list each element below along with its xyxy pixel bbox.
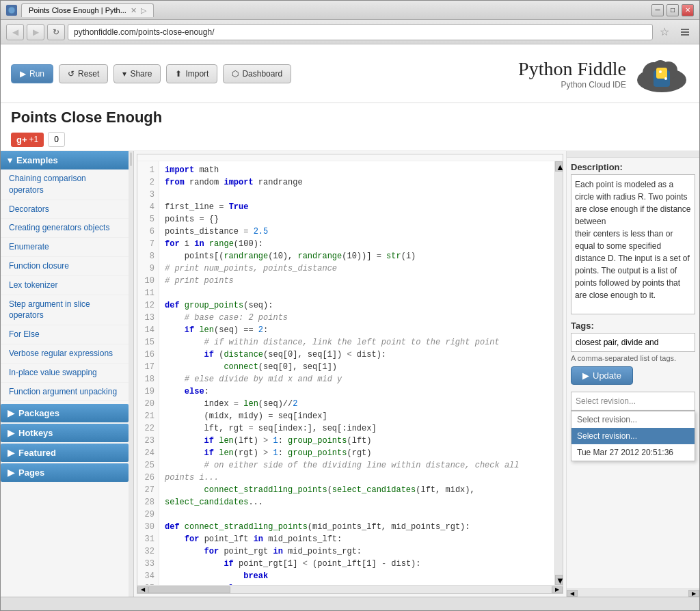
scroll-right-btn[interactable]: ▶ [552,586,563,593]
examples-arrow: ▾ [8,155,12,165]
code-line: if len(rgt) > 1: group_points(rgt) [165,447,549,459]
code-line: break [165,570,549,582]
sidebar-item[interactable]: Decorators [1,200,129,219]
back-button[interactable]: ◀ [6,24,24,40]
code-line [165,508,549,521]
maximize-button[interactable]: □ [667,4,679,16]
code-line: (midx, midy) = seq[index] [165,410,549,422]
svg-rect-3 [681,34,689,36]
pages-header[interactable]: ▶ Pages [1,463,129,482]
featured-header[interactable]: ▶ Featured [1,444,129,462]
sidebar-item[interactable]: Creating generators objects [1,219,129,238]
run-button[interactable]: ▶ Run [11,64,53,83]
code-scroll-down[interactable]: ▼ [555,575,563,585]
sidebar-item[interactable]: Enumerate [1,238,129,257]
tags-input[interactable]: closest pair, divide and [571,333,695,352]
revision-option-2[interactable]: Tue Mar 27 2012 20:51:36 [571,444,695,461]
gplus-button[interactable]: g+ +1 [11,133,44,147]
panel-scroll-left[interactable]: ◀ [567,590,578,597]
scroll-thumb-h[interactable] [148,586,230,593]
page-title: Points Close Enough [11,109,162,126]
right-panel: Description: Each point is modeled as a … [566,151,699,597]
tags-section: Tags: closest pair, divide and A comma-s… [571,321,695,362]
brand-logo [634,51,689,96]
bookmark-button[interactable]: ☆ [656,24,673,40]
code-scroll-track [555,172,563,575]
update-button[interactable]: ▶ Update [571,366,633,385]
sidebar-item[interactable]: For Else [1,325,129,344]
main-content: ▶ Run ↺ Reset ▾ Share ⬆ Import ⬡ Dashboa… [1,44,699,597]
panel-scroll-right[interactable]: ▶ [688,590,699,597]
code-line: lft, rgt = seq[index:], seq[:index] [165,422,549,435]
code-line: def connect_straddling_points(mid_points… [165,521,549,533]
hotkeys-header[interactable]: ▶ Hotkeys [1,424,129,442]
packages-arrow: ▶ [8,408,14,418]
sidebar-item[interactable]: Chaining comparison operators [1,169,129,200]
code-body: 1234567891011121314151617181920212223242… [137,161,563,585]
code-line: # if within distance, link the left poin… [165,336,549,349]
packages-header[interactable]: ▶ Packages [1,404,129,422]
sidebar-item[interactable]: Function argument unpacking [1,383,129,402]
revision-option-1[interactable]: Select revision... [571,428,695,444]
code-hscrollbar[interactable]: ◀ ▶ [137,585,563,593]
code-lines[interactable]: import math from random import randrange… [159,161,554,585]
scroll-left-btn[interactable]: ◀ [137,586,148,593]
browser-icon [6,5,17,16]
dashboard-button[interactable]: ⬡ Dashboard [223,64,291,83]
code-line: for i in range(100): [165,238,549,250]
description-textarea[interactable]: Each point is modeled as a circle with r… [571,174,695,314]
code-line: index = len(seq)//2 [165,398,549,410]
content-area: ▾ Examples Chaining comparison operators… [1,151,699,597]
sidebar-item[interactable]: Verbose regular expressions [1,344,129,364]
sidebar-item[interactable]: In-place value swapping [1,364,129,383]
code-line: # print num_points, points_distance [165,262,549,275]
address-text: pythonfiddle.com/points-close-enough/ [74,27,214,37]
minimize-button[interactable]: ─ [651,4,664,16]
code-vscrollbar[interactable]: ▲ ▼ [554,161,563,585]
code-editor[interactable]: 1234567891011121314151617181920212223242… [137,154,563,594]
refresh-button[interactable]: ↻ [47,24,65,40]
examples-header[interactable]: ▾ Examples [1,151,129,169]
code-line: connect(seq[0], seq[1]) [165,361,549,373]
scroll-track-h [148,586,552,593]
sidebar-scroll-thumb[interactable] [130,152,132,166]
title-bar: Points Close Enough | Pyth... ✕ ▷ ─ □ ✕ [1,1,699,20]
run-icon: ▶ [20,69,26,79]
revision-option-0[interactable]: Select revision... [571,411,695,428]
panel-top-scroll [567,151,699,158]
code-line [165,189,549,201]
gplus-count: 0 [48,132,65,147]
code-line: # on either side of the dividing line wi… [165,459,549,484]
revision-trigger[interactable]: Select revision... [571,392,695,411]
status-bar [1,597,699,610]
sidebar-item[interactable]: Step argument in slice operators [1,295,129,326]
browser-tab[interactable]: Points Close Enough | Pyth... ✕ ▷ [21,3,154,17]
code-editor-container: 1234567891011121314151617181920212223242… [134,151,566,597]
title-bar-left: Points Close Enough | Pyth... ✕ ▷ [6,3,154,17]
code-line: else: [165,385,549,398]
import-button[interactable]: ⬆ Import [166,64,217,83]
tab-close-icon[interactable]: ✕ [131,6,137,15]
code-line: from random import randrange [165,176,549,189]
tab-title: Points Close Enough | Pyth... [29,6,126,14]
code-line: # print points [165,275,549,287]
reset-icon: ↺ [68,69,75,79]
share-button[interactable]: ▾ Share [113,64,161,83]
code-line: if (distance(seq[0], seq[1]) < dist): [165,349,549,361]
code-line: if point_rgt[1] < (point_lft[1] - dist): [165,558,549,570]
gplus-icon: g+ [16,135,27,145]
window-controls: ─ □ ✕ [651,4,694,16]
code-scroll-up[interactable]: ▲ [555,161,563,172]
close-button[interactable]: ✕ [682,4,694,16]
panel-bottom-scroll[interactable]: ◀ ▶ [567,588,699,597]
tools-button[interactable] [676,24,694,40]
forward-button[interactable]: ▶ [27,24,44,40]
sidebar-item[interactable]: Lex tokenizer [1,276,129,295]
panel-content: Description: Each point is modeled as a … [567,158,699,588]
sidebar-scrollbar[interactable] [129,151,134,597]
sidebar-item[interactable]: Function closure [1,257,129,276]
tab-new-icon[interactable]: ▷ [141,6,146,15]
svg-rect-9 [656,68,667,79]
reset-button[interactable]: ↺ Reset [59,64,108,83]
address-bar[interactable]: pythonfiddle.com/points-close-enough/ [68,24,653,40]
